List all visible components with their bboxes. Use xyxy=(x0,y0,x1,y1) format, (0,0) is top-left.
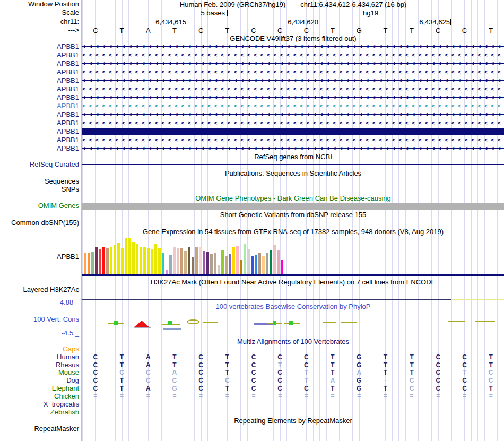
gutter-label-dog[interactable]: Dog xyxy=(0,377,79,384)
gtex-tissue-bar[interactable] xyxy=(166,270,168,274)
gene-intron-arrows[interactable]: <<<<<<<<<<<<<<<<<<<<<<<<<<<<<<<<<<<<<<<<… xyxy=(82,68,504,76)
gtex-tissue-bar[interactable] xyxy=(214,253,216,274)
gene-label-apbb1[interactable]: APBB1 xyxy=(0,145,79,152)
gtex-tissue-bar[interactable] xyxy=(125,238,127,274)
gtex-tissue-bar[interactable] xyxy=(169,255,172,274)
gtex-tissue-bar[interactable] xyxy=(251,256,254,274)
gtex-tissue-bar[interactable] xyxy=(192,257,194,274)
gtex-tissue-bar[interactable] xyxy=(221,250,224,274)
gene-intron-arrows[interactable]: <<<<<<<<<<<<<<<<<<<<<<<<<<<<<<<<<<<<<<<<… xyxy=(82,59,504,68)
gene-intron-arrows[interactable]: <<<<<<<<<<<<<<<<<<<<<<<<<<<<<<<<<<<<<<<<… xyxy=(82,51,504,59)
gtex-tissue-bar[interactable] xyxy=(102,247,105,274)
gtex-tissue-bar[interactable] xyxy=(184,251,187,274)
omim-genes-track-bar[interactable] xyxy=(82,203,504,210)
gtex-tissue-bar[interactable] xyxy=(173,247,176,274)
gtex-tissue-bar[interactable] xyxy=(244,244,246,274)
gtex-tissue-bar[interactable] xyxy=(195,247,198,274)
gtex-tissue-bar[interactable] xyxy=(273,245,276,274)
refseq-curated-track-line[interactable] xyxy=(82,164,504,165)
gtex-tissue-bar[interactable] xyxy=(117,243,120,274)
gtex-tissue-bar[interactable] xyxy=(140,247,142,274)
gtex-tissue-bar[interactable] xyxy=(240,260,242,274)
gutter-label-layered-h3k27ac[interactable]: Layered H3K27Ac xyxy=(0,286,79,293)
gutter-label-refseq-curated[interactable]: RefSeq Curated xyxy=(0,161,79,168)
gene-intron-arrows[interactable]: <<<<<<<<<<<<<<<<<<<<<<<<<<<<<<<<<<<<<<<<… xyxy=(82,119,504,127)
gutter-label-window-position[interactable]: Window Position xyxy=(0,1,79,8)
gene-label-apbb1[interactable]: APBB1 xyxy=(0,60,79,67)
gutter-label-gtex-gene[interactable]: APBB1 xyxy=(0,253,79,261)
gtex-tissue-bar[interactable] xyxy=(262,256,265,274)
gutter-label-elephant[interactable]: Elephant xyxy=(0,385,79,392)
gene-label-apbb1[interactable]: APBB1 xyxy=(0,85,79,93)
gtex-tissue-bar[interactable] xyxy=(206,252,209,274)
gutter-label-chrom[interactable]: chr11: xyxy=(0,18,79,25)
gene-intron-arrows[interactable]: <<<<<<<<<<<<<<<<<<<<<<<<<<<<<<<<<<<<<<<<… xyxy=(82,93,504,102)
gtex-tissue-bar[interactable] xyxy=(154,244,157,274)
gtex-tissue-bar[interactable] xyxy=(121,248,124,274)
gtex-tissue-bar[interactable] xyxy=(132,242,135,274)
gtex-tissue-bar[interactable] xyxy=(114,245,116,274)
gutter-label-x-tropicalis[interactable]: X_tropicalis xyxy=(0,401,79,408)
gutter-label-sequences[interactable]: Sequences xyxy=(0,178,79,185)
gtex-tissue-bar[interactable] xyxy=(281,260,283,274)
gtex-tissue-bar[interactable] xyxy=(258,253,261,274)
gtex-tissue-bar[interactable] xyxy=(225,256,228,274)
gutter-label-cons-min[interactable]: -4.5 _ xyxy=(0,330,79,337)
gene-label-apbb1[interactable]: APBB1 xyxy=(0,51,79,59)
gene-intron-arrows[interactable]: <<<<<<<<<<<<<<<<<<<<<<<<<<<<<<<<<<<<<<<<… xyxy=(82,76,504,85)
gene-exon-bar[interactable] xyxy=(82,128,504,135)
gtex-tissue-bar[interactable] xyxy=(247,249,250,274)
gutter-label-common-dbsnp[interactable]: Common dbSNP(155) xyxy=(0,219,79,227)
gtex-tissue-bar[interactable] xyxy=(88,253,90,274)
gtex-tissue-bar[interactable] xyxy=(95,247,98,274)
gutter-label-gaps[interactable]: Gaps xyxy=(0,345,79,353)
gutter-label-strand[interactable]: ---> xyxy=(0,27,79,34)
gtex-tissue-bar[interactable] xyxy=(270,250,272,274)
gtex-tissue-bar[interactable] xyxy=(91,252,94,274)
gene-label-apbb1[interactable]: APBB1 xyxy=(0,119,79,127)
gutter-label-rhesus[interactable]: Rhesus xyxy=(0,361,79,369)
gene-label-apbb1[interactable]: APBB1 xyxy=(0,128,79,135)
gene-label-apbb1[interactable]: APBB1 xyxy=(0,77,79,84)
gene-label-apbb1[interactable]: APBB1 xyxy=(0,111,79,118)
gtex-tissue-bar[interactable] xyxy=(236,246,239,274)
gtex-tissue-bar[interactable] xyxy=(151,249,153,274)
gene-label-apbb1[interactable]: APBB1 xyxy=(0,94,79,101)
gene-intron-arrows[interactable]: <<<<<<<<<<<<<<<<<<<<<<<<<<<<<<<<<<<<<<<<… xyxy=(82,85,504,93)
gtex-tissue-bar[interactable] xyxy=(106,248,109,274)
gtex-tissue-bar[interactable] xyxy=(199,247,202,274)
gutter-label-chicken[interactable]: Chicken xyxy=(0,393,79,400)
gtex-tissue-bar[interactable] xyxy=(110,247,112,274)
gtex-tissue-bar[interactable] xyxy=(266,253,268,274)
gtex-tissue-bar[interactable] xyxy=(188,247,190,274)
gutter-label-mouse[interactable]: Mouse xyxy=(0,369,79,376)
gtex-tissue-bar[interactable] xyxy=(277,250,280,274)
gene-label-apbb1[interactable]: APBB1 xyxy=(0,136,79,144)
gtex-tissue-bar[interactable] xyxy=(128,238,131,274)
gutter-label-cons-max[interactable]: 4.88 _ xyxy=(0,299,79,306)
gutter-label-snps[interactable]: SNPs xyxy=(0,186,79,193)
gtex-tissue-bar[interactable] xyxy=(147,248,150,274)
gutter-label-omim-genes[interactable]: OMIM Genes xyxy=(0,202,79,210)
gtex-tissue-bar[interactable] xyxy=(158,248,161,274)
gutter-label-zebrafish[interactable]: Zebrafish xyxy=(0,409,79,416)
gene-intron-arrows[interactable]: <<<<<<<<<<<<<<<<<<<<<<<<<<<<<<<<<<<<<<<<… xyxy=(82,110,504,119)
gene-intron-arrows[interactable]: <<<<<<<<<<<<<<<<<<<<<<<<<<<<<<<<<<<<<<<<… xyxy=(82,102,504,110)
gtex-tissue-bar[interactable] xyxy=(229,254,231,274)
gtex-tissue-bar[interactable] xyxy=(162,253,164,274)
gene-label-apbb1[interactable]: APBB1 xyxy=(0,102,79,110)
gtex-tissue-bar[interactable] xyxy=(232,247,235,274)
gutter-label-scale[interactable]: Scale xyxy=(0,9,79,16)
gene-intron-arrows[interactable]: <<<<<<<<<<<<<<<<<<<<<<<<<<<<<<<<<<<<<<<<… xyxy=(82,42,504,51)
gtex-tissue-bar[interactable] xyxy=(203,251,205,274)
gtex-tissue-bar[interactable] xyxy=(143,247,146,274)
gtex-tissue-bar[interactable] xyxy=(177,248,179,274)
gtex-tissue-bar[interactable] xyxy=(84,253,86,274)
gutter-label-vert-cons[interactable]: 100 Vert. Cons xyxy=(0,316,79,323)
gtex-tissue-bar[interactable] xyxy=(99,249,101,274)
gtex-tissue-bar[interactable] xyxy=(136,244,138,274)
gutter-label-human[interactable]: Human xyxy=(0,353,79,361)
gtex-tissue-bar[interactable] xyxy=(180,248,183,274)
gtex-tissue-bar[interactable] xyxy=(218,265,220,274)
gene-label-apbb1[interactable]: APBB1 xyxy=(0,43,79,50)
